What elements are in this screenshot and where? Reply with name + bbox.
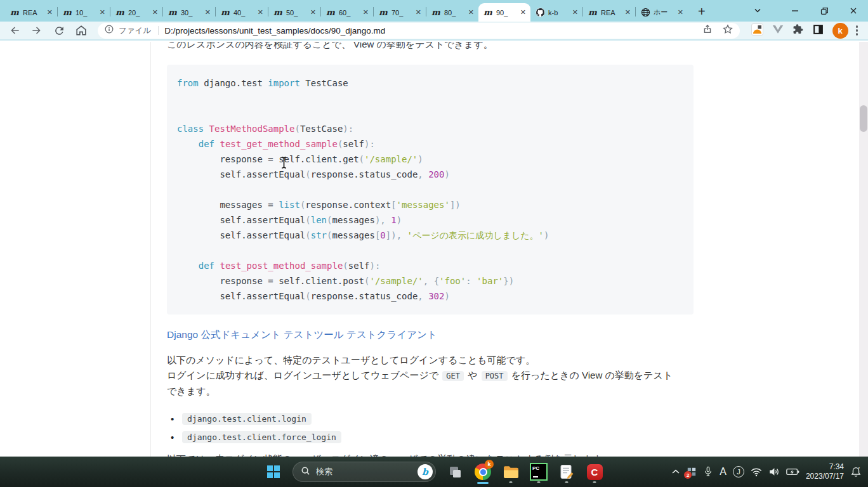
tab-label: 60_ <box>339 9 362 16</box>
task-view-taskbar-button[interactable] <box>442 459 468 484</box>
tray-j-app-icon[interactable]: J <box>733 466 744 477</box>
tab-close-icon[interactable]: ✕ <box>625 8 631 16</box>
wifi-icon[interactable] <box>751 467 762 477</box>
tab-close-icon[interactable]: ✕ <box>678 8 683 16</box>
tab-close-icon[interactable]: ✕ <box>205 8 211 16</box>
search-icon <box>301 466 310 478</box>
text-segment: を行ったときの View の挙動をテスト <box>509 370 673 380</box>
tab-30_[interactable]: m30_✕ <box>163 3 215 22</box>
close-window-button[interactable] <box>839 0 868 22</box>
tab-10_[interactable]: m10_✕ <box>58 3 110 22</box>
tab-20_[interactable]: m20_✕ <box>110 3 162 22</box>
volume-icon[interactable] <box>768 467 780 477</box>
tab-close-icon[interactable]: ✕ <box>152 8 158 16</box>
django-docs-link[interactable]: Django 公式ドキュメント テストツール テストクライアント <box>167 328 437 341</box>
markdown-icon: m <box>431 8 441 17</box>
chrome-taskbar-button[interactable]: k <box>470 459 496 484</box>
tab-label: 90_ <box>496 9 519 16</box>
tab-70_[interactable]: m70_✕ <box>374 3 426 22</box>
extensions-puzzle-icon[interactable] <box>792 23 804 37</box>
tab-60_[interactable]: m60_✕ <box>321 3 373 22</box>
code-line: def test_get_method_sample(self): <box>177 136 683 152</box>
explorer-taskbar-button[interactable] <box>498 459 523 484</box>
tab-label: 70_ <box>391 9 414 16</box>
tab-REA[interactable]: mREA✕ <box>583 3 635 22</box>
pycharm-taskbar-button[interactable]: PC <box>526 459 551 484</box>
tray-chevron-up-icon[interactable] <box>671 468 680 476</box>
text-cursor-pointer <box>280 156 288 172</box>
active-window-indicator <box>477 482 489 484</box>
share-icon[interactable] <box>702 23 713 37</box>
tab-search-chevron-icon[interactable] <box>745 0 770 22</box>
page-viewport: このレスポンスの内容を検証することで、 View の挙動をテストできます。 fr… <box>0 42 868 487</box>
markdown-icon: m <box>10 8 20 17</box>
restore-button[interactable] <box>810 0 839 22</box>
tab-label: 10_ <box>76 9 98 16</box>
notification-bell-icon[interactable]: z <box>850 466 862 478</box>
tab-close-icon[interactable]: ✕ <box>416 8 421 16</box>
running-app-indicator <box>510 481 513 483</box>
tab-close-icon[interactable]: ✕ <box>47 8 53 16</box>
forward-button[interactable] <box>29 22 45 39</box>
tab-90_[interactable]: m90_✕ <box>478 3 530 22</box>
paragraph-line: 以下のメソッドによって、特定のテストユーザとしてログインすることも可能です。 <box>167 353 868 368</box>
tab-50_[interactable]: m50_✕ <box>268 3 320 22</box>
code-line: from django.test import TestCase <box>177 75 683 91</box>
tab-label: REA <box>23 9 46 16</box>
markdown-icon: m <box>220 8 230 17</box>
tab-80_[interactable]: m80_✕ <box>426 3 478 22</box>
microphone-icon[interactable] <box>703 466 713 477</box>
tab-close-icon[interactable]: ✕ <box>100 8 105 16</box>
vue-devtools-icon[interactable] <box>772 24 784 37</box>
tab-label: 50_ <box>286 9 309 16</box>
tab-label: 30_ <box>181 9 204 16</box>
tray-overflow-app-icon[interactable]: 2 <box>687 467 697 477</box>
page-info-icon[interactable] <box>104 24 114 37</box>
tab-40_[interactable]: m40_✕ <box>216 3 268 22</box>
inline-code: POST <box>482 371 508 381</box>
tab-close-icon[interactable]: ✕ <box>310 8 316 16</box>
tab-k-b[interactable]: k-b✕ <box>530 3 582 22</box>
taskbar-apps: kPCC <box>442 459 607 484</box>
clock-time: 7:34 <box>806 462 844 472</box>
camtasia-taskbar-button[interactable]: C <box>582 459 607 484</box>
tab-close-icon[interactable]: ✕ <box>520 8 526 16</box>
markdown-viewer-extension-icon[interactable] <box>751 23 763 38</box>
tray-notification-badge: 2 <box>684 471 692 479</box>
code-line: messages = list(response.context['messag… <box>177 197 683 212</box>
page-scrollbar[interactable] <box>859 42 868 487</box>
taskbar-clock[interactable]: 7:34 2023/07/17 <box>806 462 844 481</box>
bookmark-star-icon[interactable] <box>722 23 733 37</box>
tab-close-icon[interactable]: ✕ <box>468 8 474 16</box>
tab-close-icon[interactable]: ✕ <box>258 8 263 16</box>
reader-mode-extension-icon[interactable] <box>813 24 824 37</box>
login-paragraph: 以下のメソッドによって、特定のテストユーザとしてログインすることも可能です。ログ… <box>167 353 868 399</box>
start-button[interactable] <box>261 459 286 484</box>
notepad-taskbar-button[interactable] <box>554 459 579 484</box>
markdown-content: このレスポンスの内容を検証することで、 View の挙動をテストできます。 fr… <box>150 42 868 483</box>
new-tab-button[interactable]: + <box>698 5 706 18</box>
back-button[interactable] <box>6 22 23 39</box>
markdown-icon: m <box>378 8 388 17</box>
extensions-area <box>751 23 824 38</box>
code-line: def test_post_method_sample(self): <box>177 258 683 273</box>
bing-icon[interactable]: b <box>418 464 433 479</box>
address-bar[interactable]: ファイル D:/projects/lessons/unit_test_sampl… <box>98 23 740 39</box>
tab-ホー[interactable]: ホー✕ <box>636 3 688 22</box>
tab-close-icon[interactable]: ✕ <box>572 8 578 16</box>
markdown-icon: m <box>168 8 178 17</box>
tab-close-icon[interactable]: ✕ <box>363 8 369 16</box>
ime-mode-indicator[interactable]: A <box>720 466 727 477</box>
taskbar-search-box[interactable]: 検索 b <box>293 462 436 482</box>
scrollbar-thumb[interactable] <box>860 105 867 132</box>
profile-avatar[interactable]: k <box>832 23 848 39</box>
reload-button[interactable] <box>51 22 67 39</box>
battery-icon[interactable] <box>786 467 799 476</box>
home-button[interactable] <box>73 22 89 39</box>
browser-menu-icon[interactable] <box>852 25 862 36</box>
code-line: response = self.client.post('/sample/', … <box>177 273 683 289</box>
svg-text:z: z <box>858 466 860 470</box>
bullet-marker: • <box>167 432 182 443</box>
tab-REA[interactable]: mREA✕ <box>5 3 57 22</box>
minimize-button[interactable] <box>780 0 810 22</box>
